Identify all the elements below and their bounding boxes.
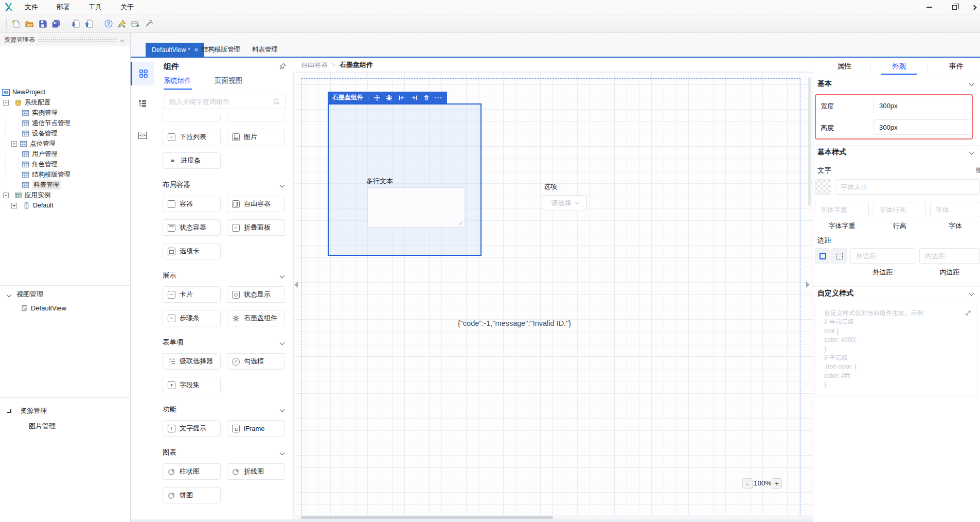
tree-node-app-instance[interactable]: - 应用实例	[3, 190, 50, 200]
tab-events[interactable]: 事件	[949, 62, 964, 71]
bug-icon[interactable]	[385, 94, 393, 101]
horizontal-scrollbar-thumb[interactable]	[301, 516, 553, 519]
resource-item-image-mgmt[interactable]: 图片管理	[29, 421, 56, 431]
more-icon[interactable]: ···	[435, 94, 442, 101]
group-header-form[interactable]: 表单项	[163, 338, 284, 347]
menu-deploy[interactable]: 部署	[53, 0, 74, 14]
explorer-dropdown-icon[interactable]	[120, 38, 124, 42]
component-item-image[interactable]: 图片	[227, 129, 285, 145]
component-item-container[interactable]: 容器	[163, 196, 221, 212]
font-weight-input[interactable]	[815, 202, 869, 217]
tree-node-role-mgmt[interactable]: 角色管理	[22, 159, 58, 169]
padding-input[interactable]	[919, 248, 980, 264]
component-item-bar-chart[interactable]: 柱状图	[163, 463, 221, 480]
component-item-tabs[interactable]: 选项卡	[163, 243, 221, 259]
tree-node-structure-template-mgmt[interactable]: 结构模版管理	[22, 169, 70, 180]
menu-file[interactable]: 文件	[21, 0, 42, 14]
tab-system-components[interactable]: 系统组件	[164, 76, 191, 85]
save-all-button[interactable]	[49, 16, 63, 31]
group-header-charts[interactable]: 图表	[163, 448, 284, 457]
tree-node-material-table-mgmt[interactable]: 料表管理	[22, 180, 61, 190]
tree-node-comm-node-mgmt[interactable]: 通信节点管理	[22, 118, 70, 128]
component-item-progressbar[interactable]: ›››进度条	[163, 152, 221, 169]
component-item-pie-chart[interactable]: 饼图	[163, 487, 221, 503]
component-item-steps[interactable]: ››步骤条	[163, 310, 221, 326]
tree-node-default[interactable]: + Default	[11, 200, 54, 211]
margin-mode-button[interactable]	[815, 248, 830, 264]
component-item-state-container[interactable]: 状态容器	[163, 219, 221, 236]
panel-mode-components[interactable]	[131, 62, 154, 85]
component-item-tooltip[interactable]: T文字提示	[163, 420, 221, 437]
collapse-left-panel-handle[interactable]	[294, 282, 298, 288]
component-item-cascader[interactable]: 级联选择器	[163, 353, 221, 370]
component-item-fieldset[interactable]: ▾字段集	[163, 377, 221, 393]
tree-node-system-config[interactable]: - 系统配置	[3, 97, 50, 108]
pin-icon[interactable]	[279, 62, 287, 72]
restore-button[interactable]	[946, 0, 963, 14]
connect-plugin-button[interactable]	[115, 16, 129, 31]
vertical-scrollbar-thumb[interactable]	[808, 77, 811, 206]
margin-input[interactable]	[850, 248, 915, 264]
graphite-widget-selected[interactable]	[328, 103, 482, 256]
window-overflow-button[interactable]	[968, 0, 980, 14]
component-item-free-container[interactable]: 自由容器	[227, 196, 285, 212]
tree-node-user-mgmt[interactable]: 用户管理	[22, 149, 58, 159]
tree-node-point-mgmt[interactable]: + 点位管理	[11, 138, 56, 149]
collapse-expander-icon[interactable]: -	[3, 100, 9, 106]
align-right-icon[interactable]	[410, 94, 418, 101]
expand-expander-icon[interactable]: +	[11, 141, 17, 147]
zoom-out-button[interactable]: -	[742, 478, 753, 489]
search-input[interactable]	[169, 98, 273, 106]
component-item-card[interactable]: —卡片	[163, 286, 221, 303]
section-basic[interactable]: 基本	[813, 77, 980, 90]
wand-button[interactable]	[142, 16, 155, 31]
new-file-button[interactable]	[9, 16, 23, 31]
delete-icon[interactable]	[422, 94, 430, 101]
collapse-expander-icon[interactable]: -	[3, 193, 9, 198]
option-select[interactable]: 请选择	[543, 195, 587, 211]
multiline-textarea[interactable]	[367, 187, 465, 228]
tree-node-project[interactable]: RS NewProject	[2, 87, 45, 97]
add-template-button[interactable]	[129, 16, 142, 31]
height-input[interactable]	[874, 119, 971, 135]
tree-node-instance-mgmt[interactable]: 实例管理	[22, 108, 58, 118]
resources-section-header[interactable]: 资源管理	[7, 406, 47, 416]
component-item-line-chart[interactable]: 折线图	[227, 463, 285, 480]
tree-node-device-mgmt[interactable]: 设备管理	[22, 128, 58, 138]
panel-mode-outline[interactable]	[131, 92, 154, 115]
section-custom-style[interactable]: 自定义样式	[813, 286, 980, 300]
component-item-clipped[interactable]	[227, 114, 285, 121]
help-button[interactable]	[102, 16, 115, 31]
export-button[interactable]	[82, 16, 96, 31]
font-color-swatch[interactable]	[815, 179, 831, 195]
open-folder-button[interactable]	[23, 16, 36, 31]
line-height-input[interactable]	[874, 202, 926, 217]
component-item-clipped[interactable]	[163, 114, 221, 121]
font-size-input[interactable]	[835, 179, 979, 195]
group-header-function[interactable]: 功能	[163, 405, 284, 414]
resize-handle[interactable]	[459, 221, 463, 225]
section-basic-style[interactable]: 基本样式	[813, 145, 980, 159]
expand-editor-icon[interactable]	[965, 309, 972, 319]
group-header-display[interactable]: 展示	[163, 271, 284, 280]
tab-properties[interactable]: 属性	[837, 62, 851, 71]
import-button[interactable]	[69, 16, 82, 31]
group-header-layout[interactable]: 布局容器	[163, 180, 284, 189]
tab-page-views[interactable]: 页面视图	[215, 76, 242, 85]
align-left-icon[interactable]	[398, 94, 405, 101]
zoom-in-button[interactable]: +	[772, 478, 782, 489]
move-icon[interactable]	[373, 94, 381, 101]
minimize-button[interactable]	[920, 0, 938, 14]
component-item-status-display[interactable]: 状态显示	[227, 286, 285, 303]
breadcrumb-current[interactable]: 石墨盘组件	[340, 60, 373, 69]
breadcrumb-parent[interactable]: 自由容器	[301, 60, 328, 69]
views-section-header[interactable]: 视图管理	[7, 289, 43, 300]
font-family-input[interactable]	[930, 202, 980, 217]
component-item-collapse-panel[interactable]: 折叠面板	[227, 219, 285, 236]
design-canvas[interactable]: 石墨盘组件 ··· 多行文本 选项 请选择 {"code":-1,"messag…	[293, 72, 813, 515]
panel-mode-source[interactable]: </>	[131, 124, 154, 147]
doc-tab-structure-template[interactable]: 结构模版管理	[195, 43, 246, 57]
width-input[interactable]	[874, 98, 971, 113]
component-item-iframe[interactable]: iFrame	[227, 420, 285, 437]
menu-tools[interactable]: 工具	[85, 0, 105, 14]
